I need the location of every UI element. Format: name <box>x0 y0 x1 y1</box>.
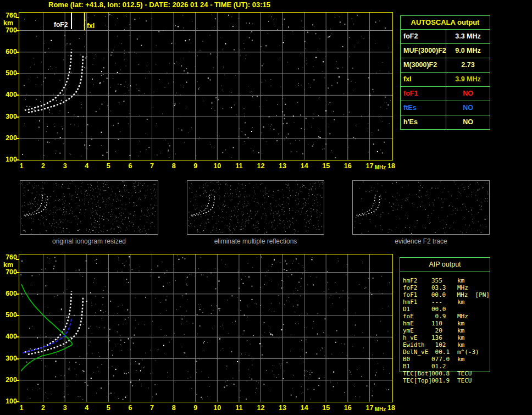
x-axis-label: 2 <box>41 162 45 170</box>
aip-row-value: 102 <box>431 341 457 348</box>
aip-row-value: 00.0 <box>431 306 457 313</box>
y-axis-label: 700 <box>0 27 17 34</box>
x-axis-label: 8 <box>172 162 176 170</box>
aip-row-name: DelN_vE <box>400 348 431 356</box>
aip-row: B101.2 <box>400 363 490 370</box>
autoscala-row: foF1NO <box>400 87 490 101</box>
autoscala-app-window: { "title": "Rome (lat: +41.8, lon: 012.5… <box>0 0 532 415</box>
aip-row-name: foF1 <box>400 291 431 298</box>
aip-row-unit <box>457 306 490 313</box>
thumbnail-eliminate-reflections <box>187 180 324 235</box>
aip-row-unit: km <box>457 327 490 334</box>
y-axis-label: 760 <box>0 254 17 261</box>
autoscala-row: foF23.3 MHz <box>400 30 490 44</box>
autoscala-row-value: 9.0 MHz <box>446 44 490 58</box>
x-axis-label: 6 <box>128 162 132 170</box>
x-axis-label: 18 <box>387 162 395 170</box>
aip-row-value: 355 <box>431 277 457 284</box>
aip-row-name: foE <box>400 313 431 320</box>
aip-row-value: 20 <box>431 327 457 334</box>
aip-row: hmE110km <box>400 320 490 327</box>
x-axis-label: 3 <box>63 162 67 170</box>
aip-row-value: 0.9 <box>431 313 457 320</box>
autoscala-row-label: M(3000)F2 <box>401 58 446 72</box>
aip-output-table: AIP output hmF2355kmfoF203.3MHzfoF100.0M… <box>400 257 490 372</box>
fxI-marker-label: fxI <box>87 22 95 30</box>
aip-row-name: D1 <box>400 306 431 313</box>
x-axis-unit-label: MHz <box>375 164 386 170</box>
autoscala-row-label: MUF(3000)F2 <box>401 44 446 58</box>
aip-row-value: 00.0 <box>431 291 457 298</box>
y-axis-label: 400 <box>0 333 17 340</box>
autoscala-row: fxI3.9 MHz <box>400 73 490 87</box>
autoscala-row-value: NO <box>446 101 490 115</box>
aip-row-value: --- <box>431 298 457 306</box>
aip-row: B0077.0km <box>400 356 490 363</box>
x-axis-label: 5 <box>107 404 110 412</box>
y-axis-label: 760 <box>0 12 17 19</box>
aip-row-unit: km <box>457 341 490 348</box>
autoscala-row: ftEsNO <box>400 101 490 115</box>
thumbnail-caption: evidence F2 trace <box>395 237 447 245</box>
x-axis-unit-label: MHz <box>375 406 386 412</box>
aip-row-unit: km <box>457 298 490 306</box>
x-axis-label: 11 <box>235 162 242 170</box>
x-axis-label: 14 <box>301 404 308 412</box>
aip-row-name: TEC[Top] <box>400 377 431 384</box>
x-axis-label: 7 <box>150 404 154 412</box>
autoscala-output-table: AUTOSCALA output foF23.3 MHzMUF(3000)F29… <box>400 15 490 130</box>
aip-row: Ewidth 102km <box>400 341 490 348</box>
foF2-marker-label: foF2 <box>54 21 68 29</box>
autoscala-row-value: NO <box>446 115 490 129</box>
aip-row-value: 110 <box>431 320 457 327</box>
thumbnail-caption: original ionogram resized <box>52 237 126 245</box>
aip-row-unit: km <box>457 277 490 284</box>
thumbnail-canvas <box>20 181 158 234</box>
x-axis-label: 13 <box>279 162 286 170</box>
autoscala-row-label: foF1 <box>401 87 446 101</box>
aip-row-unit: TECU <box>457 370 490 377</box>
aip-row: foE 0.9MHz <box>400 313 490 320</box>
aip-row: ymE 20km <box>400 327 490 334</box>
aip-row-value: 077.0 <box>431 356 457 363</box>
thumbnail-caption: eliminate multiple reflections <box>214 237 297 245</box>
y-axis-label: 500 <box>0 70 17 77</box>
aip-row-value: 01.2 <box>431 363 457 370</box>
x-axis-label: 4 <box>85 404 88 412</box>
aip-row-name: foF2 <box>400 284 431 291</box>
bottom-profilogram-canvas <box>19 254 392 402</box>
aip-row-value: 000.8 <box>431 370 457 377</box>
aip-row-name: hmF1 <box>400 298 431 306</box>
x-axis-label: 18 <box>387 404 395 412</box>
thumbnail-canvas <box>187 181 324 234</box>
x-axis-label: 15 <box>322 404 330 412</box>
y-axis-label: 600 <box>0 48 17 56</box>
aip-table-rows: hmF2355kmfoF203.3MHzfoF100.0MHz [PN]hmF1… <box>400 277 490 384</box>
aip-row-name: h_vE <box>400 334 431 341</box>
aip-row-name: B1 <box>400 363 431 370</box>
aip-row-name: hmE <box>400 320 431 327</box>
aip-row-name: B0 <box>400 356 431 363</box>
aip-row-value: 136 <box>431 334 457 341</box>
x-axis-label: 8 <box>172 404 176 412</box>
thumbnail-evidence-f2 <box>352 180 490 235</box>
x-axis-label: 12 <box>257 162 265 170</box>
aip-row-value: 001.9 <box>431 377 457 384</box>
aip-row-name: hmF2 <box>400 277 431 284</box>
x-axis-label: 1 <box>20 404 24 412</box>
aip-table-title: AIP output <box>400 258 490 272</box>
x-axis-label: 4 <box>85 162 88 170</box>
aip-row-unit: TECU <box>457 377 490 384</box>
y-axis-unit-label: km <box>0 20 20 27</box>
aip-row: DelN_vE 00.1m^(-3) <box>400 348 490 356</box>
y-axis-label: 500 <box>0 312 17 319</box>
x-axis-label: 14 <box>301 162 308 170</box>
y-axis-label: 100 <box>0 156 17 163</box>
autoscala-row-value: NO <box>446 87 490 101</box>
aip-row-name: TEC[Bot] <box>400 370 431 377</box>
x-axis-label: 12 <box>257 404 265 412</box>
x-axis-label: 15 <box>322 162 330 170</box>
y-axis-unit-label: km <box>0 262 20 269</box>
autoscala-table-title: AUTOSCALA output <box>400 15 490 30</box>
aip-row-unit: m^(-3) <box>457 348 490 356</box>
